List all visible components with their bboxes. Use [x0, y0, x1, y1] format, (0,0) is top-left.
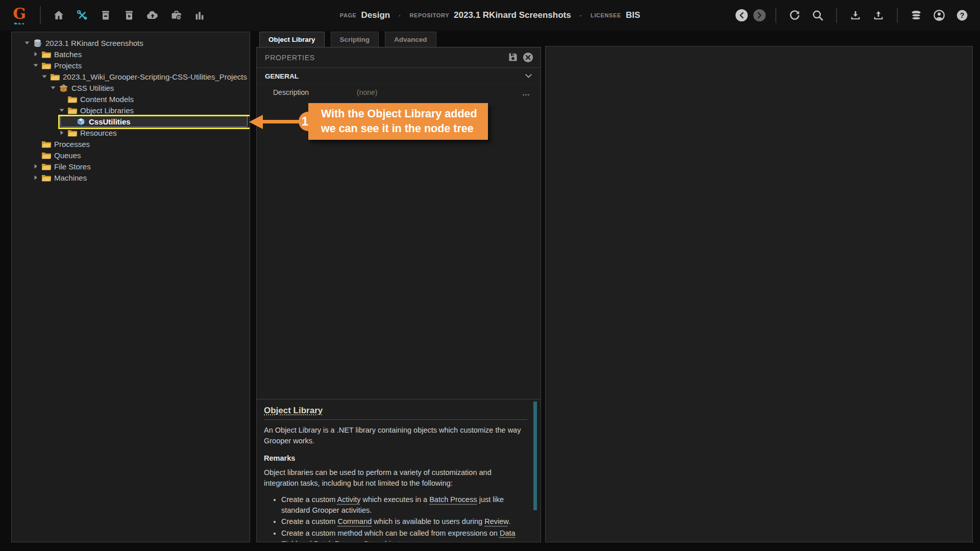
save-properties-button[interactable]: [508, 52, 518, 63]
breadcrumb: PAGE Design · REPOSITORY 2023.1 RKinard …: [340, 0, 640, 31]
expander-right-icon[interactable]: [33, 174, 41, 181]
cancel-x-icon: [523, 52, 533, 63]
tree-node-2023-1-wiki-grooper-scripting-css-utilities-projects[interactable]: 2023.1_Wiki_Grooper-Scripting-CSS-Utilit…: [12, 71, 250, 82]
documentation-intro: An Object Library is a .NET library cont…: [264, 425, 527, 446]
search-button[interactable]: [809, 7, 826, 24]
design-tools-button[interactable]: [74, 7, 91, 24]
properties-title: PROPERTIES: [265, 54, 315, 62]
jobs-button[interactable]: [167, 7, 185, 24]
tree-node-label: Object Libraries: [80, 106, 134, 115]
expander-right-icon[interactable]: [59, 130, 67, 136]
tree-node-projects[interactable]: Projects: [12, 60, 250, 71]
download-icon: [849, 9, 862, 21]
separator-dot: ·: [580, 12, 582, 19]
download-button[interactable]: [847, 7, 864, 24]
expander-down-icon[interactable]: [24, 40, 33, 46]
tree-node-2023-1-rkinard-screenshots[interactable]: 2023.1 RKinard Screenshots: [12, 37, 250, 48]
imports-button[interactable]: [144, 7, 161, 24]
remarks-heading: Remarks: [264, 454, 527, 462]
container-play-icon: [123, 9, 135, 21]
tree-node-processes[interactable]: Processes: [12, 138, 250, 149]
folder-icon: [67, 129, 77, 137]
expander-right-icon[interactable]: [33, 163, 41, 169]
folder-icon: [41, 50, 51, 59]
tools-icon: [76, 9, 88, 21]
tree-node-queues[interactable]: Queues: [12, 149, 250, 161]
remark-bullet: Create a custom Command which is availab…: [281, 516, 527, 527]
tree-node-batches[interactable]: Batches: [12, 48, 250, 60]
tree-node-resources[interactable]: Resources: [12, 127, 250, 138]
general-section-header[interactable]: GENERAL: [257, 68, 541, 85]
bar-chart-icon: [193, 9, 206, 21]
doc-link[interactable]: Activity: [337, 495, 361, 504]
tree-node-label: Projects: [54, 61, 82, 70]
refresh-button[interactable]: [786, 7, 803, 24]
batch-process-button[interactable]: [120, 7, 138, 24]
doc-link[interactable]: Batch Process Step: [314, 540, 379, 542]
doc-link[interactable]: Review: [484, 517, 508, 525]
tree-node-content-models[interactable]: Content Models: [12, 93, 250, 105]
general-section-title: GENERAL: [265, 72, 299, 80]
tab-object-library[interactable]: Object Library: [259, 32, 325, 47]
container-icon: [100, 9, 112, 21]
stats-button[interactable]: [191, 7, 208, 24]
description-property-row[interactable]: Description (none) …: [257, 85, 541, 100]
doc-link[interactable]: Batch Process: [429, 495, 477, 504]
expander-right-icon[interactable]: [33, 51, 41, 57]
batches-button[interactable]: [97, 7, 114, 24]
upload-icon: [872, 9, 885, 21]
documentation-title[interactable]: Object Library: [264, 406, 323, 416]
folder-icon: [41, 61, 51, 70]
cancel-properties-button[interactable]: [523, 52, 533, 63]
database-node-icon: [33, 39, 42, 47]
back-button[interactable]: [736, 9, 748, 21]
account-button[interactable]: [930, 7, 948, 24]
documentation-section: Object Library An Object Library is a .N…: [257, 399, 541, 542]
home-button[interactable]: [50, 7, 67, 24]
help-button[interactable]: ?: [953, 7, 971, 24]
svg-text:?: ?: [960, 11, 965, 19]
repository-value[interactable]: 2023.1 RKinard Screenshots: [454, 10, 571, 20]
tree-node-cssutilities[interactable]: CssUtilities: [12, 116, 250, 127]
tree-node-label: Processes: [54, 140, 90, 148]
tree-node-label: 2023.1 RKinard Screenshots: [45, 39, 143, 47]
tab-advanced[interactable]: Advanced: [385, 32, 436, 47]
repositories-button[interactable]: [908, 7, 925, 24]
folder-icon: [67, 95, 77, 104]
briefcase-clock-icon: [170, 9, 183, 21]
top-bar: G: [0, 0, 980, 31]
grooper-logo[interactable]: G: [10, 6, 29, 25]
grooper-design-window: G: [0, 0, 980, 551]
toolbar-divider: [836, 8, 837, 23]
description-edit-button[interactable]: …: [522, 88, 530, 97]
repository-label: REPOSITORY: [410, 12, 450, 18]
doc-link[interactable]: Command: [337, 517, 372, 525]
tree-node-object-libraries[interactable]: Object Libraries: [12, 105, 250, 116]
properties-header-bar: PROPERTIES: [257, 47, 541, 68]
expander-down-icon[interactable]: [59, 107, 67, 113]
database-stack-icon: [910, 9, 923, 21]
expander-down-icon[interactable]: [33, 62, 41, 68]
tree-node-label: File Stores: [54, 162, 91, 171]
tree-node-file-stores[interactable]: File Stores: [12, 161, 250, 172]
toolbar-divider: [775, 8, 776, 23]
tree-node-label: Machines: [54, 173, 87, 182]
tree-node-css-utilities[interactable]: CSS Utilities: [12, 82, 250, 93]
upload-button[interactable]: [870, 7, 887, 24]
package-icon: [59, 84, 68, 92]
page-value[interactable]: Design: [361, 10, 390, 20]
help-icon: ?: [956, 9, 968, 21]
grooper-g-glyph: G: [13, 6, 26, 21]
folder-icon: [67, 106, 77, 115]
chevron-down-icon: [525, 73, 532, 79]
forward-arrow-icon: [756, 12, 763, 19]
tab-scripting[interactable]: Scripting: [331, 32, 379, 47]
forward-button[interactable]: [753, 9, 766, 21]
expander-down-icon[interactable]: [41, 73, 50, 80]
node-tree: 2023.1 RKinard Screenshots Batches Proje…: [12, 32, 250, 183]
expander-down-icon[interactable]: [50, 85, 59, 91]
tree-node-label: CssUtilities: [89, 117, 131, 126]
tree-node-label: Batches: [54, 50, 82, 59]
documentation-scrollbar[interactable]: [533, 402, 537, 510]
tree-node-machines[interactable]: Machines: [12, 172, 250, 183]
